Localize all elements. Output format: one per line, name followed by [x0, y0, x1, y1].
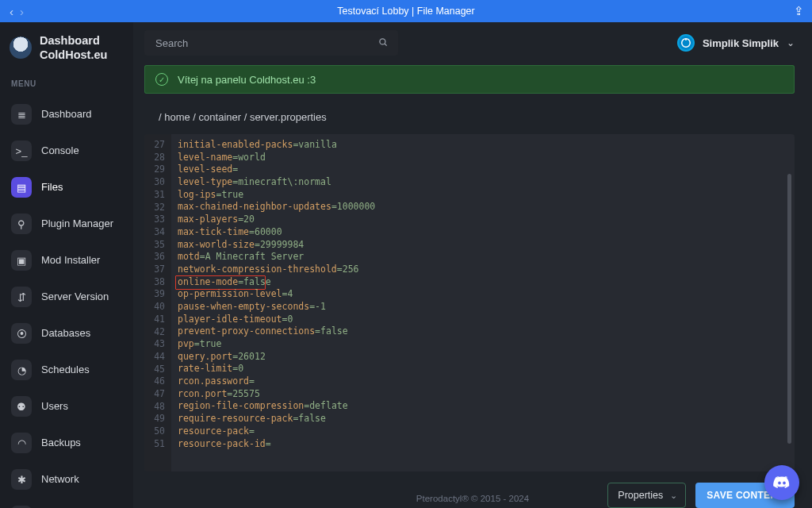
footer-copyright: Pterodactyl® © 2015 - 2024 — [133, 494, 812, 503]
sidebar-item-mod-installer[interactable]: ▣Mod Installer — [0, 242, 133, 279]
code-line[interactable]: require-resource-pack=false — [178, 413, 795, 425]
svg-point-0 — [380, 38, 385, 44]
sidebar-item-label: Databases — [41, 327, 90, 340]
sidebar-nav: ≣Dashboard>_Console▤Files⚲Plugin Manager… — [0, 96, 133, 508]
code-line[interactable]: rate-limit=0 — [178, 363, 795, 375]
discord-icon — [772, 473, 791, 492]
layers-icon: ≣ — [11, 104, 32, 125]
sidebar-item-label: Server Version — [41, 291, 109, 303]
code-line[interactable]: max-players=20 — [178, 214, 795, 226]
welcome-text: Vítej na panelu Coldhost.eu :3 — [178, 74, 316, 86]
code-line[interactable]: region-file-compression=deflate — [178, 400, 795, 413]
code-line[interactable]: resource-pack-id= — [178, 438, 795, 451]
code-body[interactable]: initial-enabled-packs=vanillalevel-name=… — [171, 134, 795, 471]
plug-icon: ⚲ — [11, 214, 32, 234]
database-icon: ⦿ — [11, 323, 32, 344]
code-line[interactable]: level-name=world — [178, 152, 795, 164]
sidebar-item-databases[interactable]: ⦿Databases — [0, 315, 133, 352]
main: Simplik Simplik ⌄ ✓ Vítej na panelu Cold… — [133, 22, 812, 508]
sidebar-item-backups[interactable]: ◠Backups — [0, 425, 133, 461]
breadcrumb[interactable]: / home / container / server.properties — [144, 105, 795, 123]
code-line[interactable]: max-world-size=29999984 — [178, 239, 795, 252]
sidebar-item-label: Schedules — [41, 364, 90, 376]
nav-back-icon[interactable]: ‹ — [10, 5, 13, 18]
sidebar-item-label: Users — [41, 400, 68, 413]
code-line[interactable]: online-mode=false — [178, 276, 795, 289]
sidebar: Dashboard ColdHost.eu MENU ≣Dashboard>_C… — [0, 22, 133, 508]
search-input[interactable] — [154, 37, 389, 50]
menu-section-label: MENU — [0, 73, 133, 96]
code-editor[interactable]: 2728293031323334353637383940414243444546… — [144, 134, 795, 471]
sidebar-item-label: Console — [41, 144, 79, 157]
sidebar-item-users[interactable]: ⚉Users — [0, 388, 133, 425]
svg-line-1 — [385, 44, 387, 46]
package-icon: ▣ — [11, 250, 32, 271]
avatar — [677, 34, 695, 52]
sidebar-item-label: Network — [41, 473, 79, 486]
code-line[interactable]: max-chained-neighbor-updates=1000000 — [178, 201, 795, 214]
discord-fab[interactable] — [764, 465, 799, 500]
clock-icon: ◔ — [11, 360, 32, 380]
code-line[interactable]: max-tick-time=60000 — [178, 226, 795, 239]
code-line[interactable]: player-idle-timeout=0 — [178, 314, 795, 326]
code-line[interactable]: log-ips=true — [178, 189, 795, 202]
scrollbar-thumb[interactable] — [787, 174, 791, 444]
search-box[interactable] — [144, 30, 398, 56]
sidebar-item-label: Plugin Manager — [41, 217, 113, 230]
brand[interactable]: Dashboard ColdHost.eu — [0, 30, 133, 73]
sidebar-item-startup[interactable]: ☰Startup — [0, 498, 133, 508]
sidebar-item-server-version[interactable]: ⇵Server Version — [0, 279, 133, 315]
users-icon: ⚉ — [11, 396, 32, 417]
user-name: Simplik Simplik — [703, 37, 779, 49]
code-line[interactable]: level-type=minecraft\:normal — [178, 176, 795, 189]
code-line[interactable]: rcon.password= — [178, 375, 795, 388]
window-title: Testovací Lobby | File Manager — [0, 6, 812, 17]
code-line[interactable]: prevent-proxy-connections=false — [178, 325, 795, 338]
share-icon[interactable]: ⇪ — [794, 4, 804, 18]
code-line[interactable]: motd=A Minecraft Server — [178, 251, 795, 264]
welcome-banner: ✓ Vítej na panelu Coldhost.eu :3 — [144, 65, 795, 94]
search-icon[interactable] — [377, 37, 389, 50]
sidebar-item-label: Files — [41, 181, 63, 194]
sidebar-item-label: Backups — [41, 437, 81, 449]
terminal-icon: >_ — [11, 140, 32, 161]
network-icon: ✱ — [11, 469, 32, 490]
file-icon: ▤ — [11, 177, 32, 198]
sidebar-item-plugin-manager[interactable]: ⚲Plugin Manager — [0, 206, 133, 242]
code-line[interactable]: pause-when-empty-seconds=-1 — [178, 301, 795, 314]
sidebar-item-files[interactable]: ▤Files — [0, 169, 133, 206]
sidebar-item-dashboard[interactable]: ≣Dashboard — [0, 96, 133, 133]
cloud-icon: ◠ — [11, 433, 32, 453]
sliders-icon: ⇵ — [11, 287, 32, 307]
code-line[interactable]: op-permission-level=4 — [178, 288, 795, 301]
window-titlebar: ‹ › Testovací Lobby | File Manager ⇪ — [0, 0, 812, 22]
brand-line2: ColdHost.eu — [40, 48, 107, 62]
check-circle-icon: ✓ — [155, 73, 168, 86]
code-line[interactable]: level-seed= — [178, 164, 795, 176]
sidebar-item-network[interactable]: ✱Network — [0, 461, 133, 498]
sidebar-item-label: Dashboard — [41, 108, 92, 121]
sidebar-item-label: Mod Installer — [41, 254, 100, 267]
sidebar-item-schedules[interactable]: ◔Schedules — [0, 352, 133, 388]
code-line[interactable]: rcon.port=25575 — [178, 388, 795, 401]
sidebar-item-console[interactable]: >_Console — [0, 133, 133, 169]
code-line[interactable]: initial-enabled-packs=vanilla — [178, 139, 795, 152]
brand-line1: Dashboard — [40, 33, 107, 48]
nav-forward-icon[interactable]: › — [20, 5, 24, 18]
code-line[interactable]: query.port=26012 — [178, 351, 795, 364]
brand-logo-icon — [10, 37, 32, 59]
line-gutter: 2728293031323334353637383940414243444546… — [144, 134, 171, 471]
chevron-down-icon: ⌄ — [787, 37, 795, 48]
user-menu[interactable]: Simplik Simplik ⌄ — [677, 34, 795, 52]
code-line[interactable]: resource-pack= — [178, 425, 795, 438]
code-line[interactable]: pvp=true — [178, 338, 795, 351]
code-line[interactable]: network-compression-threshold=256 — [178, 264, 795, 276]
